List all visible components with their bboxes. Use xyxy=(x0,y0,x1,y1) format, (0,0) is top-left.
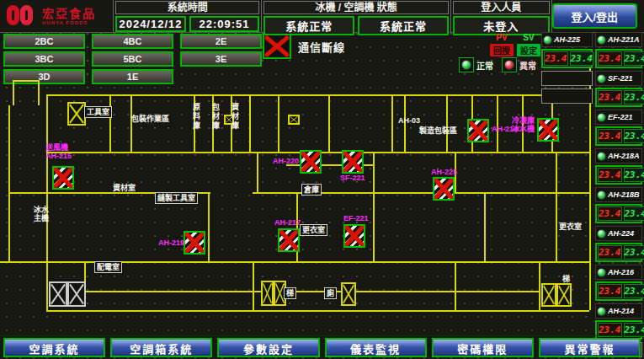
device-sv-value: 23.4 xyxy=(624,129,644,143)
room-label: 冰水 主機 xyxy=(34,206,49,222)
empty-slot xyxy=(541,71,593,86)
device-entry-EF-221[interactable]: EF-22123.423.4 xyxy=(595,110,642,146)
stairwell-icon xyxy=(288,115,300,125)
zone-button-1E[interactable]: 1E xyxy=(92,69,173,84)
zone-button-3E[interactable]: 3E xyxy=(180,51,262,67)
device-status-led-icon xyxy=(597,113,606,122)
map-device-comm-loss-icon[interactable] xyxy=(537,118,559,142)
device-panel-column-b: AH-221A23.423.4SF-22123.423.4EF-22123.42… xyxy=(595,32,642,359)
device-entry-AH-221A[interactable]: AH-221A23.423.4 xyxy=(595,32,642,68)
logo-icon xyxy=(5,3,39,29)
zone-button-3D[interactable]: 3D xyxy=(3,69,85,84)
map-device-comm-loss-icon[interactable] xyxy=(433,177,455,201)
logo-title: 宏亞食品 xyxy=(42,8,96,20)
zone-button-4BC[interactable]: 4BC xyxy=(92,34,173,49)
room-label: AH-03 xyxy=(398,116,420,125)
device-name: AH-218B xyxy=(608,190,640,199)
map-device-comm-loss-icon[interactable] xyxy=(300,150,322,174)
device-entry-AH-224[interactable]: AH-22423.423.4 xyxy=(595,226,642,262)
nav-button-空調系統[interactable]: 空調系統 xyxy=(3,338,105,357)
map-device-label: AH-219 xyxy=(158,238,184,247)
stairwell-icon xyxy=(341,282,356,306)
device-pv-value: 23.4 xyxy=(598,51,622,66)
wall xyxy=(497,94,498,152)
map-device-comm-loss-icon[interactable] xyxy=(343,224,365,248)
wall xyxy=(8,105,10,261)
room-label: 資材庫 xyxy=(231,103,239,131)
device-entry-AH-216[interactable]: AH-21623.423.4 xyxy=(595,265,642,301)
header: 宏亞食品 HUNYA FOODS 系統時間 2024/12/12 22:09:5… xyxy=(0,0,644,33)
device-pv-value: 23.4 xyxy=(598,284,622,298)
zone-button-3BC[interactable]: 3BC xyxy=(3,51,85,67)
device-sv-value: 23.4 xyxy=(624,168,644,182)
wall xyxy=(46,310,589,312)
room-label: 縫製工具室 xyxy=(155,192,198,204)
room-label: 工具室 xyxy=(84,106,112,118)
wall xyxy=(253,261,254,310)
stairwell-icon xyxy=(261,281,286,306)
wall xyxy=(249,94,251,152)
map-device-label: EF-221 xyxy=(343,214,369,222)
wall xyxy=(278,94,279,152)
wall xyxy=(84,291,539,292)
zone-buttons: 2BC4BC2E3BC5BC3E3D1E xyxy=(3,34,262,84)
device-sv-value: 23.4 xyxy=(624,245,644,260)
zone-button-5BC[interactable]: 5BC xyxy=(92,51,173,67)
device-sv-value: 23.4 xyxy=(570,51,594,66)
wall xyxy=(539,261,540,310)
room-label: 包材庫 xyxy=(211,103,220,131)
device-entry-SF-221[interactable]: SF-22123.423.4 xyxy=(595,71,642,107)
device-entry-AH-218B[interactable]: AH-218B23.423.4 xyxy=(595,187,642,223)
wall xyxy=(257,152,258,192)
room-label: 更衣室 xyxy=(300,224,327,236)
wall xyxy=(46,261,48,310)
comm-loss-icon xyxy=(263,34,291,59)
map-device-label: SF-221 xyxy=(340,174,365,182)
wall xyxy=(0,261,589,263)
map-device-comm-loss-icon[interactable] xyxy=(52,166,74,190)
device-entry-AH-214[interactable]: AH-21423.423.4 xyxy=(595,303,642,340)
device-name: AH-214 xyxy=(608,307,634,315)
zone-button-2E[interactable]: 2E xyxy=(180,34,262,49)
wall xyxy=(46,94,589,96)
room-label: 包裝作業區 xyxy=(131,115,169,123)
room-label: 資材室 xyxy=(113,184,136,192)
map-device-label: 送風機 AH-215 xyxy=(45,143,72,160)
nav-button-空調箱系統[interactable]: 空調箱系統 xyxy=(110,338,212,357)
system-time-label: 系統時間 xyxy=(115,1,259,14)
device-values: 23.423.4 xyxy=(595,204,642,223)
map-device-label: AH-217 xyxy=(274,218,301,227)
room-label: 梯 xyxy=(562,275,570,283)
device-name: SF-221 xyxy=(608,74,633,83)
device-values: 23.423.4 xyxy=(595,243,642,262)
room-label: 原料庫 xyxy=(192,103,200,131)
nav-button-異常警報[interactable]: 異常警報 xyxy=(539,338,641,357)
map-device-comm-loss-icon[interactable] xyxy=(342,150,364,174)
nav-button-密碼權限[interactable]: 密碼權限 xyxy=(432,338,534,357)
device-status-led-icon xyxy=(597,229,606,238)
login-logout-button[interactable]: 登入/登出 xyxy=(552,3,638,29)
sv-name-chip: 設定 xyxy=(517,44,540,56)
device-name: AH-221A xyxy=(608,35,640,44)
device-entry-AH-218A[interactable]: AH-218A23.423.4 xyxy=(595,148,642,185)
wall xyxy=(446,94,448,152)
pv-sv-legend: PV SV 回授 設定 xyxy=(490,33,540,56)
device-name: AH-216 xyxy=(608,268,634,276)
map-device-comm-loss-icon[interactable] xyxy=(184,231,205,255)
zone-button-2BC[interactable]: 2BC xyxy=(3,34,85,49)
comm-loss-label: 通信斷線 xyxy=(298,39,345,55)
nav-button-儀表監視[interactable]: 儀表監視 xyxy=(325,338,427,357)
device-name: AH-224 xyxy=(608,229,634,238)
device-values: 23.423.4 xyxy=(595,49,642,68)
map-device-label: AH-220 xyxy=(273,157,299,165)
device-panel-column-a: AH-22523.423.4 xyxy=(541,32,593,104)
abnormal-label: 異常 xyxy=(519,59,536,72)
device-values: 23.423.4 xyxy=(595,126,642,146)
map-device-comm-loss-icon[interactable] xyxy=(278,228,300,252)
nav-button-參數設定[interactable]: 參數設定 xyxy=(217,338,319,357)
device-sv-value: 23.4 xyxy=(624,90,644,104)
map-device-comm-loss-icon[interactable] xyxy=(467,119,489,142)
device-sv-value: 23.4 xyxy=(624,206,644,221)
normal-led-icon xyxy=(459,57,474,72)
device-entry-AH-225[interactable]: AH-22523.423.4 xyxy=(541,32,593,68)
